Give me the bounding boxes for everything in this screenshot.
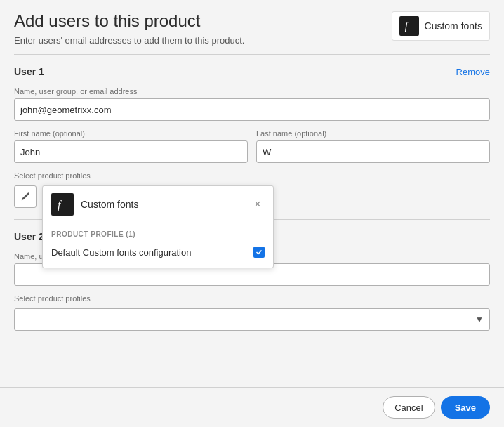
user1-email-group: Name, user group, or email address bbox=[14, 87, 490, 121]
main-container: Add users to this product Enter users' e… bbox=[0, 0, 504, 427]
svg-text:f: f bbox=[404, 20, 409, 32]
user1-firstname-label: First name (optional) bbox=[14, 129, 248, 138]
dropdown-title: Custom fonts bbox=[81, 199, 138, 210]
profile-checkbox[interactable] bbox=[253, 247, 265, 258]
user1-section: User 1 Remove Name, user group, or email… bbox=[14, 55, 490, 220]
custom-fonts-label: Custom fonts bbox=[425, 20, 482, 32]
checkmark-icon bbox=[256, 249, 263, 256]
save-button[interactable]: Save bbox=[441, 396, 490, 419]
dropdown-body: PRODUCT PROFILE (1) Default Custom fonts… bbox=[43, 223, 273, 268]
user1-firstname-group: First name (optional) bbox=[14, 129, 248, 163]
user2-profiles-label: Select product profiles bbox=[14, 294, 490, 303]
header: Add users to this product Enter users' e… bbox=[0, 0, 504, 54]
header-left: Add users to this product Enter users' e… bbox=[14, 11, 244, 46]
footer: Cancel Save bbox=[0, 387, 504, 427]
user1-name-row: First name (optional) Last name (optiona… bbox=[14, 129, 490, 163]
font-icon-box: f bbox=[399, 16, 419, 36]
page-title: Add users to this product bbox=[14, 11, 244, 31]
user1-title: User 1 bbox=[14, 66, 44, 77]
svg-text:f: f bbox=[58, 199, 62, 211]
profile-item: Default Custom fonts configuration bbox=[51, 244, 265, 261]
user1-lastname-label: Last name (optional) bbox=[256, 129, 490, 138]
profile-dropdown: f Custom fonts × PRODUCT PROFILE (1) Def… bbox=[42, 185, 274, 268]
user1-profiles-label: Select product profiles bbox=[14, 171, 490, 180]
user2-select-profiles-button[interactable]: ▼ bbox=[14, 308, 490, 331]
remove-user1-button[interactable]: Remove bbox=[456, 67, 490, 77]
user1-lastname-input[interactable] bbox=[256, 140, 490, 163]
chevron-down-icon: ▼ bbox=[475, 315, 484, 324]
font-f-icon: f bbox=[403, 20, 416, 32]
user1-email-label: Name, user group, or email address bbox=[14, 87, 490, 96]
user1-header: User 1 Remove bbox=[14, 66, 490, 77]
profile-section-label: PRODUCT PROFILE (1) bbox=[51, 230, 265, 238]
page-subtitle: Enter users' email addresses to add them… bbox=[14, 35, 244, 46]
user1-profiles-section: Select product profiles bbox=[14, 171, 490, 208]
dropdown-f-icon: f bbox=[55, 197, 69, 211]
custom-fonts-badge[interactable]: f Custom fonts bbox=[392, 11, 490, 41]
user1-email-input[interactable] bbox=[14, 98, 490, 121]
user1-firstname-input[interactable] bbox=[14, 140, 248, 163]
user1-edit-profiles-button[interactable] bbox=[14, 185, 37, 208]
dropdown-close-button[interactable]: × bbox=[251, 197, 265, 211]
scroll-area[interactable]: User 1 Remove Name, user group, or email… bbox=[0, 55, 504, 387]
user1-profile-picker-row: f Custom fonts × PRODUCT PROFILE (1) Def… bbox=[14, 185, 490, 208]
dropdown-header-left: f Custom fonts bbox=[51, 193, 138, 216]
user1-lastname-group: Last name (optional) bbox=[256, 129, 490, 163]
dropdown-font-icon: f bbox=[51, 193, 74, 216]
cancel-button[interactable]: Cancel bbox=[383, 396, 435, 419]
user2-profiles-section: Select product profiles ▼ bbox=[14, 294, 490, 331]
profile-item-name: Default Custom fonts configuration bbox=[51, 247, 191, 258]
user2-title: User 2 bbox=[14, 231, 44, 242]
pencil-icon bbox=[20, 192, 30, 202]
dropdown-header: f Custom fonts × bbox=[43, 186, 273, 223]
